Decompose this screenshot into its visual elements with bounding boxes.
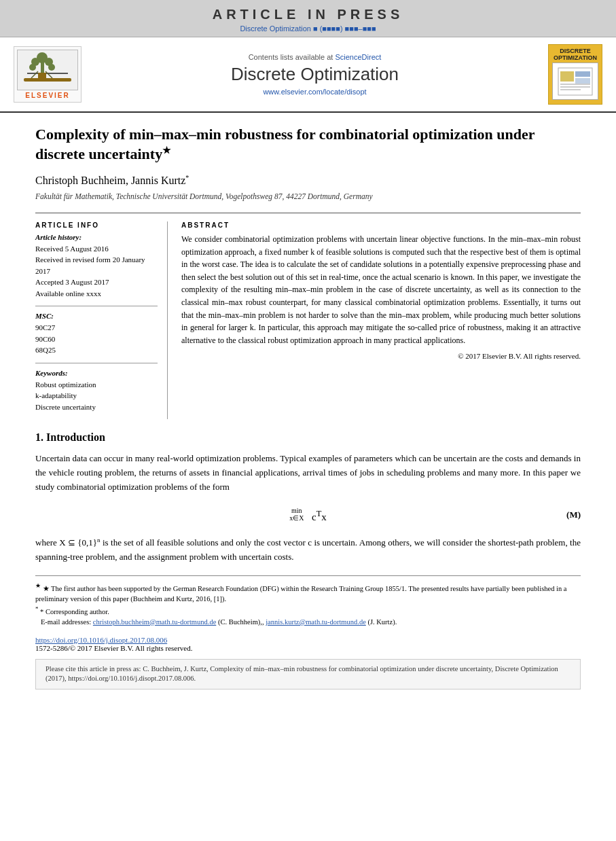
article-history-received: Received 5 August 2016 (35, 243, 158, 255)
abstract-header: ABSTRACT (181, 221, 581, 229)
do-label: DISCRETE OPTIMIZATION (551, 48, 599, 61)
divider-2 (35, 363, 158, 363)
science-direct-text: Contents lists available at ScienceDirec… (90, 53, 540, 61)
article-history-label: Article history: (35, 233, 158, 241)
svg-line-7 (31, 71, 38, 78)
citation-bar: Please cite this article in press as: C.… (35, 659, 581, 690)
formula-m: min x∈X cTx (M) (35, 507, 581, 523)
authors: Christoph Buchheim, Jannis Kurtz* (35, 174, 581, 187)
msc-label: MSC: (35, 312, 158, 320)
journal-url-link[interactable]: www.elsevier.com/locate/disopt (263, 88, 366, 96)
article-history: Article history: Received 5 August 2016 … (35, 233, 158, 300)
email2-link[interactable]: jannis.kurtz@math.tu-dortmund.de (266, 618, 366, 626)
article-info-header: ARTICLE INFO (35, 221, 158, 229)
article-info-abstract: ARTICLE INFO Article history: Received 5… (35, 213, 581, 420)
doi-link[interactable]: https://doi.org/10.1016/j.disopt.2017.08… (35, 636, 167, 644)
msc-code-1: 90C27 (35, 322, 158, 334)
article-in-press-banner: ARTICLE IN PRESS Discrete Optimization ■… (0, 0, 616, 37)
journal-ref: Discrete Optimization ■ (■■■■) ■■■–■■■ (0, 24, 616, 33)
article-history-revised: Received in revised form 20 January 2017 (35, 254, 158, 276)
divider-1 (35, 306, 158, 306)
formula-content: min x∈X cTx (289, 507, 327, 523)
aip-title: ARTICLE IN PRESS (0, 7, 616, 22)
keyword-1: Robust optimization (35, 379, 158, 391)
keywords-label: Keywords: (35, 369, 158, 377)
do-graphic (552, 62, 598, 100)
svg-rect-10 (24, 78, 71, 82)
msc-code-2: 90C60 (35, 334, 158, 345)
journal-header: ELSEVIER Contents lists available at Sci… (0, 37, 616, 113)
svg-point-5 (29, 64, 36, 71)
affiliation: Fakultät für Mathematik, Technische Univ… (35, 191, 581, 202)
svg-point-6 (48, 64, 55, 71)
intro-paragraph-2: where X ⊆ {0,1}n is the set of all feasi… (35, 535, 581, 565)
issn-line: 1572-5286/© 2017 Elsevier B.V. All right… (35, 644, 581, 652)
email1-link[interactable]: christoph.buchheim@math.tu-dortmund.de (93, 618, 216, 626)
article-history-accepted: Accepted 3 August 2017 (35, 276, 158, 288)
msc-code-3: 68Q25 (35, 344, 158, 356)
elsevier-name: ELSEVIER (17, 92, 78, 99)
journal-url: www.elsevier.com/locate/disopt (90, 88, 540, 96)
footnote-emails: E-mail addresses: christoph.buchheim@mat… (35, 617, 581, 628)
svg-rect-17 (560, 89, 581, 90)
elsevier-tree-logo (17, 50, 78, 90)
abstract-text: We consider combinatorial optimization p… (181, 233, 581, 346)
article-info-col: ARTICLE INFO Article history: Received 5… (35, 221, 168, 420)
main-content: Complexity of min–max–min robustness for… (0, 113, 616, 702)
svg-rect-14 (575, 78, 590, 84)
footnote-corresponding: * * Corresponding author. (35, 605, 581, 617)
journal-logo-right: DISCRETE OPTIMIZATION (548, 44, 602, 105)
svg-line-8 (46, 71, 52, 78)
page: ARTICLE IN PRESS Discrete Optimization ■… (0, 0, 616, 841)
copyright: © 2017 Elsevier B.V. All rights reserved… (181, 352, 581, 360)
footnote-area: ★ ★ The first author has been supported … (35, 575, 581, 628)
svg-rect-12 (560, 71, 574, 82)
svg-rect-15 (560, 84, 590, 85)
intro-paragraph-1: Uncertain data can occur in many real-wo… (35, 452, 581, 494)
keyword-2: k-adaptability (35, 390, 158, 401)
svg-rect-9 (38, 73, 46, 78)
keywords-section: Keywords: Robust optimization k-adaptabi… (35, 369, 158, 413)
formula-label: (M) (566, 509, 581, 520)
authors-star: * (185, 174, 189, 181)
svg-rect-13 (575, 71, 590, 77)
svg-rect-16 (560, 86, 590, 88)
elsevier-logo: ELSEVIER (14, 46, 81, 103)
science-direct-link[interactable]: ScienceDirect (335, 53, 381, 61)
title-star: ★ (162, 145, 171, 156)
doi-line: https://doi.org/10.1016/j.disopt.2017.08… (35, 636, 581, 644)
footnote-star: ★ ★ The first author has been supported … (35, 581, 581, 605)
abstract-col: ABSTRACT We consider combinatorial optim… (181, 221, 581, 420)
keyword-3: Discrete uncertainty (35, 401, 158, 413)
journal-name: Discrete Optimization (90, 64, 540, 85)
paper-title: Complexity of min–max–min robustness for… (35, 125, 581, 164)
msc-section: MSC: 90C27 90C60 68Q25 (35, 312, 158, 356)
article-history-available: Available online xxxx (35, 288, 158, 300)
journal-center: Contents lists available at ScienceDirec… (90, 53, 540, 96)
introduction-title: 1. Introduction (35, 431, 581, 444)
